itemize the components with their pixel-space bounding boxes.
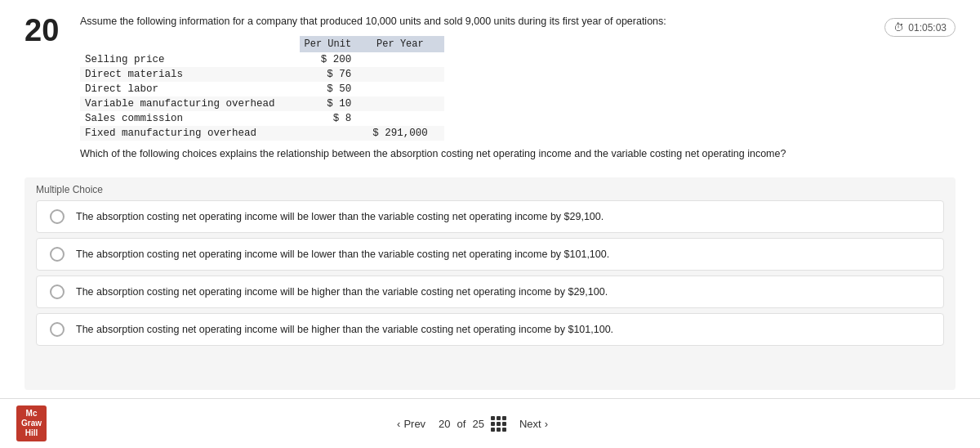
grid-icon[interactable]	[491, 416, 506, 432]
footer-nav: ‹ Prev 20 of 25 Next ›	[397, 416, 548, 432]
table-cell-per-unit: $ 8	[300, 111, 368, 126]
sub-question: Which of the following choices explains …	[80, 147, 870, 162]
timer-icon: ⏱	[893, 21, 904, 34]
timer-badge: ⏱ 01:05:03	[884, 18, 956, 37]
radio-button[interactable]	[50, 209, 65, 224]
table-cell-label: Fixed manufacturing overhead	[80, 126, 300, 141]
table-cell-per-year: $ 291,000	[368, 126, 444, 141]
table-cell-per-unit: $ 50	[300, 82, 368, 96]
table-cell-per-unit: $ 10	[300, 96, 368, 111]
question-body: Assume the following information for a c…	[80, 15, 870, 169]
table-cell-label: Direct materials	[80, 67, 300, 82]
options-list: The absorption costing net operating inc…	[36, 200, 944, 351]
option-text: The absorption costing net operating inc…	[76, 211, 604, 222]
option-text: The absorption costing net operating inc…	[76, 249, 609, 260]
data-table: Per Unit Per Year Selling price$ 200Dire…	[80, 36, 444, 141]
mcgrawhill-logo: Mc Graw Hill	[16, 405, 47, 441]
option-item[interactable]: The absorption costing net operating inc…	[36, 313, 944, 346]
multiple-choice-label: Multiple Choice	[36, 184, 944, 195]
option-item[interactable]: The absorption costing net operating inc…	[36, 276, 944, 308]
table-cell-per-year	[368, 52, 444, 67]
table-cell-label: Direct labor	[80, 82, 300, 96]
next-chevron: ›	[545, 418, 548, 430]
question-header: 20 Assume the following information for …	[24, 15, 956, 169]
radio-button[interactable]	[50, 322, 65, 337]
next-button[interactable]: Next ›	[519, 418, 548, 430]
page-separator: of	[457, 418, 466, 430]
table-cell-label: Sales commission	[80, 111, 300, 126]
footer-left: Mc Graw Hill	[16, 405, 47, 441]
page-total: 25	[472, 418, 483, 430]
page-current: 20	[439, 418, 450, 430]
radio-button[interactable]	[50, 247, 65, 262]
intro-text: Assume the following information for a c…	[80, 15, 870, 29]
footer: Mc Graw Hill ‹ Prev 20 of 25 Next ›	[0, 398, 980, 448]
table-cell-per-unit: $ 200	[300, 52, 368, 67]
prev-button[interactable]: ‹ Prev	[397, 418, 425, 430]
option-text: The absorption costing net operating inc…	[76, 286, 608, 298]
prev-chevron: ‹	[397, 418, 400, 430]
page-info: 20 of 25	[439, 416, 506, 432]
col-header-per-year: Per Year	[368, 36, 444, 52]
option-text: The absorption costing net operating inc…	[76, 324, 613, 335]
main-content: 20 Assume the following information for …	[0, 0, 980, 398]
table-cell-per-unit: $ 76	[300, 67, 368, 82]
next-label: Next	[519, 418, 541, 430]
radio-button[interactable]	[50, 284, 65, 299]
table-cell-per-year	[368, 82, 444, 96]
table-cell-per-year	[368, 67, 444, 82]
table-cell-per-unit	[300, 126, 368, 141]
table-cell-per-year	[368, 96, 444, 111]
table-cell-label: Selling price	[80, 52, 300, 67]
option-item[interactable]: The absorption costing net operating inc…	[36, 238, 944, 271]
timer-label: 01:05:03	[908, 22, 947, 34]
table-cell-per-year	[368, 111, 444, 126]
table-cell-label: Variable manufacturing overhead	[80, 96, 300, 111]
col-header-per-unit: Per Unit	[300, 36, 368, 52]
prev-label: Prev	[403, 418, 425, 430]
question-number: 20	[24, 15, 65, 46]
option-item[interactable]: The absorption costing net operating inc…	[36, 200, 944, 233]
answer-section: Multiple Choice The absorption costing n…	[24, 177, 956, 390]
